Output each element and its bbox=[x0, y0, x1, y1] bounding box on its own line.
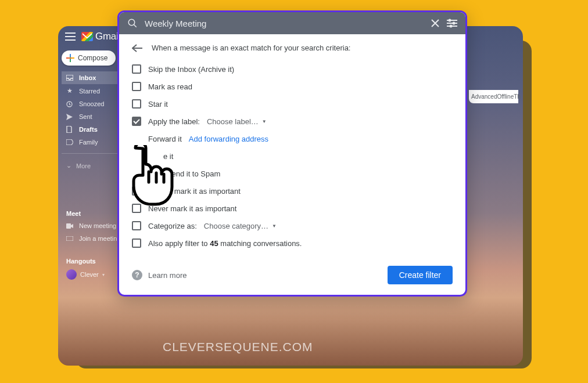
also-apply-count: 45 bbox=[210, 239, 218, 248]
checkbox-mark-read[interactable] bbox=[132, 82, 141, 91]
choose-category-dropdown[interactable]: Choose category… ▼ bbox=[204, 222, 277, 230]
help-icon: ? bbox=[132, 270, 142, 280]
gmail-logo[interactable]: Gmail bbox=[81, 31, 120, 42]
create-filter-button[interactable]: Create filter bbox=[388, 266, 453, 284]
chevron-down-icon: ▼ bbox=[262, 119, 267, 124]
filter-row-mark-read: Mark as read bbox=[132, 78, 453, 95]
also-apply-prefix: Also apply filter to bbox=[148, 239, 210, 248]
dropdown-value: Choose category… bbox=[204, 222, 268, 230]
join-meeting-label: Join a meeting bbox=[79, 235, 121, 242]
plus-icon bbox=[66, 54, 74, 62]
video-icon bbox=[66, 223, 73, 229]
keyboard-icon bbox=[66, 236, 73, 241]
draft-icon bbox=[66, 126, 73, 133]
filter-row-apply-label: Apply the label: Choose label… ▼ bbox=[132, 113, 453, 130]
sidebar-item-label: Drafts bbox=[79, 126, 98, 133]
also-apply-suffix: matching conversations. bbox=[218, 239, 302, 248]
new-meeting-label: New meeting bbox=[79, 222, 116, 229]
filter-row-spam: r send it to Spam bbox=[132, 165, 453, 182]
tab-advanced[interactable]: Advanced bbox=[471, 93, 497, 100]
dialog-search-bar bbox=[119, 12, 465, 34]
row-label: Star it bbox=[148, 100, 168, 109]
chevron-down-icon: ⌄ bbox=[66, 162, 71, 169]
add-forwarding-link[interactable]: Add forwarding address bbox=[189, 135, 268, 143]
svg-rect-2 bbox=[66, 223, 71, 229]
chevron-down-icon: ▼ bbox=[272, 223, 277, 229]
cursor-hand-icon bbox=[123, 145, 170, 200]
filter-row-also-apply: Also apply filter to 45 matching convers… bbox=[132, 234, 453, 252]
row-label: Skip the Inbox (Archive it) bbox=[148, 65, 234, 74]
filter-row-important: Always mark it as important bbox=[132, 182, 453, 200]
filter-row-delete: e it bbox=[132, 147, 453, 165]
dialog-footer: ? Learn more Create filter bbox=[132, 266, 453, 284]
menu-icon[interactable] bbox=[65, 32, 76, 41]
hangouts-username: Clever bbox=[80, 271, 99, 278]
divider bbox=[62, 153, 126, 154]
row-label: Also apply filter to 45 matching convers… bbox=[148, 239, 302, 248]
checkbox-categorize[interactable] bbox=[132, 221, 141, 230]
avatar bbox=[66, 269, 77, 280]
choose-label-dropdown[interactable]: Choose label… ▼ bbox=[207, 117, 267, 126]
close-icon[interactable] bbox=[431, 19, 440, 28]
filter-row-categorize: Categorize as: Choose category… ▼ bbox=[132, 217, 453, 234]
row-label: Forward it bbox=[148, 135, 182, 143]
checkbox-skip-inbox[interactable] bbox=[132, 64, 141, 74]
filter-row-not-important: Never mark it as important bbox=[132, 200, 453, 217]
filter-row-forward: Forward it Add forwarding address bbox=[132, 130, 453, 147]
row-label: Apply the label: bbox=[148, 117, 200, 126]
tab-offline[interactable]: Offline bbox=[497, 93, 514, 100]
dropdown-value: Choose label… bbox=[207, 117, 259, 126]
tab-themes[interactable]: Th bbox=[514, 93, 521, 100]
gmail-m-icon bbox=[81, 32, 93, 41]
gmail-brand-text: Gmail bbox=[95, 31, 120, 42]
learn-more-link[interactable]: ? Learn more bbox=[132, 270, 187, 280]
chevron-down-icon: ▾ bbox=[102, 272, 105, 277]
row-label: Mark as read bbox=[148, 82, 192, 91]
settings-tabs: Advanced Offline Th bbox=[469, 90, 518, 103]
svg-point-5 bbox=[449, 20, 451, 21]
svg-point-6 bbox=[453, 23, 455, 24]
svg-point-7 bbox=[450, 26, 452, 27]
star-icon: ★ bbox=[66, 87, 73, 95]
search-input[interactable] bbox=[145, 19, 424, 28]
tune-icon[interactable] bbox=[447, 19, 457, 28]
label-icon bbox=[66, 139, 73, 145]
clock-icon bbox=[66, 101, 73, 107]
svg-rect-3 bbox=[66, 236, 73, 241]
sidebar-item-label: Family bbox=[79, 139, 98, 146]
back-arrow-icon[interactable] bbox=[132, 44, 142, 52]
dialog-heading: When a message is an exact match for you… bbox=[152, 44, 350, 52]
learn-more-label: Learn more bbox=[148, 271, 187, 280]
sidebar-item-label: Inbox bbox=[79, 74, 96, 81]
dialog-header-row: When a message is an exact match for you… bbox=[132, 44, 453, 52]
sidebar-item-label: Snoozed bbox=[79, 100, 104, 107]
checkbox-apply-label[interactable] bbox=[132, 117, 141, 126]
more-label: More bbox=[76, 162, 91, 169]
compose-label: Compose bbox=[78, 54, 107, 62]
sidebar-item-label: Starred bbox=[79, 88, 100, 95]
row-label: Categorize as: bbox=[148, 222, 197, 230]
checkbox-also-apply[interactable] bbox=[132, 239, 141, 248]
watermark: CLEVERSEQUENE.COM bbox=[163, 340, 313, 354]
compose-button[interactable]: Compose bbox=[62, 50, 116, 66]
filter-row-skip-inbox: Skip the Inbox (Archive it) bbox=[132, 60, 453, 78]
filter-row-star: Star it bbox=[132, 95, 453, 113]
checkbox-star[interactable] bbox=[132, 99, 141, 109]
svg-point-4 bbox=[128, 19, 135, 26]
send-icon bbox=[66, 114, 73, 120]
inbox-icon bbox=[66, 75, 73, 81]
search-icon[interactable] bbox=[127, 18, 138, 28]
sidebar-item-label: Sent bbox=[79, 113, 92, 120]
